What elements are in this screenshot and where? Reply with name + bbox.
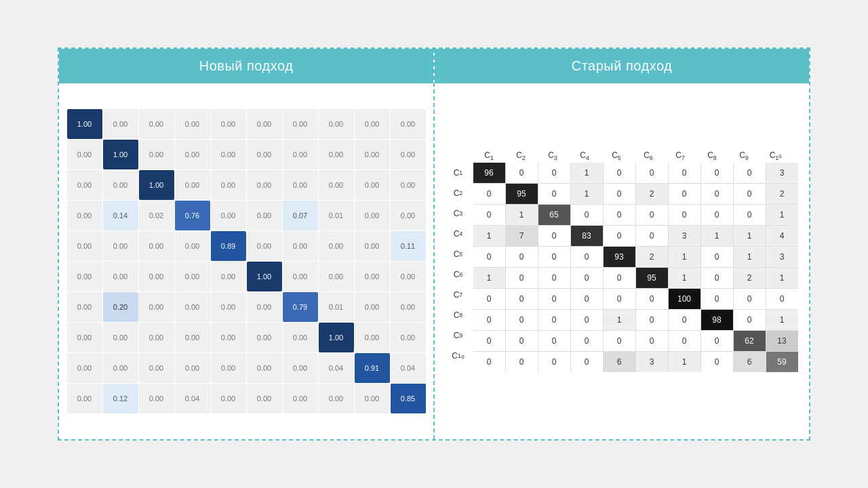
right-matrix-cell: 0: [669, 205, 701, 225]
right-matrix-cell: 0: [506, 352, 538, 372]
left-matrix-cell: 0.91: [355, 353, 390, 383]
right-matrix-cell: 1: [669, 352, 701, 372]
left-matrix-cell: 0.00: [103, 170, 138, 200]
left-matrix-cell: 0.00: [283, 140, 318, 169]
left-matrix-cell: 0.00: [283, 384, 318, 413]
right-matrix-cell: 0: [636, 310, 668, 330]
right-matrix-cell: 0: [538, 310, 570, 330]
left-matrix-cell: 0.00: [139, 231, 174, 261]
right-panel: Старый подход C1C2C3C4C5C6C7C8C9C1₀ C1C2…: [435, 49, 809, 439]
right-matrix-cell: 0: [538, 331, 570, 351]
right-matrix: 9600100000309501020002016500000011708300…: [473, 163, 798, 372]
left-panel-body: 1.000.000.000.000.000.000.000.000.000.00…: [59, 83, 433, 439]
row-label: C4: [446, 224, 471, 244]
right-panel-title: Старый подход: [572, 58, 673, 73]
right-matrix-cell: 2: [636, 184, 668, 204]
left-matrix-cell: 0.00: [67, 384, 102, 413]
left-matrix: 1.000.000.000.000.000.000.000.000.000.00…: [67, 109, 426, 413]
left-matrix-cell: 0.04: [391, 353, 426, 383]
right-matrix-cell: 0: [604, 205, 635, 225]
right-matrix-wrapper: C1C2C3C4C5C6C7C8C9C1₀ C1C2C3C4C5C6C7C8C9…: [446, 150, 798, 372]
left-matrix-cell: 0.00: [67, 201, 102, 230]
left-matrix-cell: 0.00: [139, 140, 174, 169]
left-matrix-cell: 0.00: [355, 109, 390, 139]
right-matrix-cell: 0: [701, 163, 733, 183]
right-matrix-cell: 6: [734, 352, 766, 372]
left-matrix-cell: 0.00: [67, 292, 102, 322]
right-matrix-cell: 0: [473, 331, 505, 351]
left-matrix-cell: 0.00: [247, 292, 282, 322]
right-matrix-cell: 0: [506, 310, 538, 330]
left-matrix-cell: 0.00: [175, 109, 210, 139]
col-labels-row: C1C2C3C4C5C6C7C8C9C1₀: [473, 150, 792, 161]
right-matrix-cell: 65: [538, 205, 570, 225]
row-labels: C1C2C3C4C5C6C7C8C9C1₀: [446, 163, 471, 372]
left-matrix-cell: 0.00: [319, 170, 354, 200]
left-matrix-cell: 0.00: [391, 323, 426, 352]
right-matrix-cell: 1: [506, 205, 538, 225]
left-matrix-cell: 0.00: [139, 323, 174, 352]
right-matrix-cell: 0: [636, 289, 668, 309]
right-matrix-cell: 0: [636, 163, 668, 183]
right-matrix-cell: 0: [701, 289, 733, 309]
left-matrix-cell: 0.00: [319, 262, 354, 291]
left-matrix-cell: 0.00: [103, 231, 138, 261]
left-matrix-cell: 0.00: [211, 140, 246, 169]
row-label: C1₀: [446, 346, 471, 366]
left-matrix-cell: 0.00: [175, 292, 210, 322]
right-matrix-cell: 0: [701, 205, 733, 225]
right-matrix-cell: 0: [538, 247, 570, 267]
right-matrix-cell: 0: [538, 268, 570, 288]
right-matrix-cell: 0: [473, 352, 505, 372]
right-matrix-cell: 0: [538, 289, 570, 309]
left-matrix-cell: 0.79: [283, 292, 318, 322]
left-matrix-cell: 0.00: [247, 231, 282, 261]
left-matrix-cell: 0.01: [319, 201, 354, 230]
right-matrix-cell: 0: [571, 289, 603, 309]
right-matrix-cell: 0: [604, 268, 635, 288]
left-matrix-cell: 0.11: [391, 231, 426, 261]
left-matrix-cell: 0.00: [391, 292, 426, 322]
left-matrix-cell: 0.00: [139, 292, 174, 322]
right-matrix-cell: 0: [604, 184, 635, 204]
right-matrix-cell: 1: [766, 205, 798, 225]
left-matrix-cell: 0.00: [355, 292, 390, 322]
col-label: C7: [665, 150, 696, 161]
row-label: C8: [446, 305, 471, 325]
left-matrix-cell: 0.00: [247, 201, 282, 230]
left-matrix-cell: 0.00: [175, 323, 210, 352]
right-matrix-cell: 1: [766, 310, 798, 330]
left-matrix-cell: 0.00: [175, 170, 210, 200]
col-label: C6: [633, 150, 665, 161]
left-matrix-cell: 0.00: [391, 170, 426, 200]
left-matrix-cell: 0.00: [319, 231, 354, 261]
right-matrix-cell: 0: [766, 289, 798, 309]
right-matrix-cell: 0: [506, 247, 538, 267]
left-matrix-cell: 0.00: [211, 292, 246, 322]
left-matrix-cell: 0.00: [355, 140, 390, 169]
right-panel-header: Старый подход: [435, 49, 809, 83]
right-matrix-cell: 0: [604, 226, 635, 246]
right-matrix-cell: 13: [766, 331, 798, 351]
left-matrix-cell: 0.00: [67, 353, 102, 383]
right-matrix-cell: 1: [734, 247, 766, 267]
right-matrix-cell: 0: [701, 331, 733, 351]
left-matrix-cell: 0.00: [391, 201, 426, 230]
right-matrix-cell: 1: [571, 163, 603, 183]
left-panel-header: Новый подход: [59, 49, 433, 83]
right-matrix-cell: 0: [473, 310, 505, 330]
left-matrix-cell: 0.02: [139, 201, 174, 230]
right-matrix-cell: 4: [766, 226, 798, 246]
right-matrix-cell: 3: [669, 226, 701, 246]
left-matrix-cell: 0.00: [67, 262, 102, 291]
left-matrix-cell: 0.00: [67, 323, 102, 352]
right-matrix-cell: 0: [473, 247, 505, 267]
left-matrix-cell: 0.76: [175, 201, 210, 230]
right-matrix-cell: 83: [571, 226, 603, 246]
right-matrix-cell: 95: [506, 184, 538, 204]
right-matrix-cell: 0: [604, 331, 635, 351]
col-label: C9: [728, 150, 760, 161]
left-matrix-cell: 0.00: [175, 231, 210, 261]
right-matrix-cell: 0: [538, 163, 570, 183]
right-matrix-cell: 0: [538, 184, 570, 204]
